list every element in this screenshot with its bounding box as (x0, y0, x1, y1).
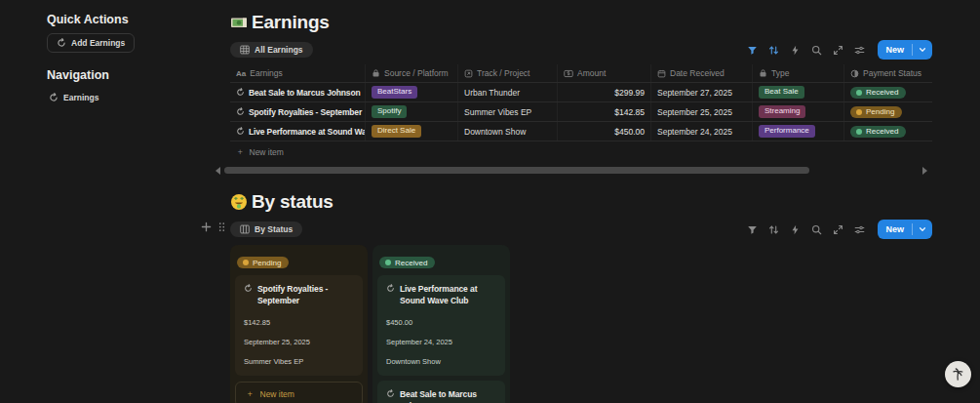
expand-icon[interactable] (833, 224, 843, 235)
source-badge[interactable]: BeatStars (372, 86, 417, 99)
add-block-plus-icon[interactable] (201, 222, 212, 232)
card-project: Summer Vibes EP (244, 352, 354, 372)
row-title[interactable]: Beat Sale to Marcus Johnson (249, 88, 361, 98)
type-badge[interactable]: Beat Sale (759, 86, 804, 99)
earnings-table: AaEarnings Source / Platform Track / Pro… (230, 64, 932, 163)
status-board: Pending Spotify Royalties - September $1… (230, 245, 932, 403)
board-card[interactable]: Beat Sale to Marcus Johnson $299.99 Sept… (377, 381, 505, 403)
sort-icon[interactable] (768, 45, 779, 56)
board-card[interactable]: Live Performance at Sound Wave Club $450… (377, 275, 505, 376)
column-header-source[interactable]: Source / Platform (366, 64, 458, 82)
board-view-icon (240, 224, 250, 234)
table-row[interactable]: Live Performance at Sound Wave Club Dire… (230, 122, 932, 141)
sync-icon (236, 88, 245, 97)
status-dot (856, 129, 862, 135)
date-cell[interactable]: September 24, 2025 (657, 127, 732, 137)
automation-zap-icon[interactable] (790, 224, 801, 235)
chevron-down-icon[interactable] (913, 225, 932, 233)
status-dot (385, 260, 391, 265)
table-row[interactable]: Beat Sale to Marcus Johnson BeatStars Ur… (230, 83, 932, 102)
column-header-date[interactable]: Date Received (651, 64, 753, 82)
type-badge[interactable]: Performance (759, 125, 815, 138)
sync-icon (386, 284, 395, 307)
status-pill[interactable]: Pending (850, 106, 902, 118)
sidebar-item-earnings[interactable]: Earnings (47, 90, 100, 105)
filter-icon[interactable] (747, 224, 758, 235)
tab-by-status[interactable]: By Status (230, 222, 302, 237)
source-badge[interactable]: Direct Sale (372, 125, 421, 138)
status-pill[interactable]: Received (850, 87, 906, 99)
scroll-right-arrow-icon[interactable] (922, 167, 927, 175)
card-amount: $142.85 (244, 313, 354, 333)
status-pill[interactable]: Received (850, 126, 906, 138)
view-settings-icon[interactable] (854, 45, 865, 56)
earnings-section: Earnings All Earnings (230, 12, 932, 163)
row-title[interactable]: Spotify Royalties - September (249, 107, 362, 117)
amount-cell[interactable]: $450.00 (558, 122, 651, 141)
add-earnings-button[interactable]: Add Earnings (47, 33, 135, 53)
track-cell[interactable]: Downtown Show (464, 127, 526, 137)
chevron-down-icon[interactable] (913, 46, 932, 54)
amount-property-icon (564, 69, 573, 78)
sync-icon (386, 389, 395, 403)
status-dot (243, 260, 249, 265)
expand-icon[interactable] (833, 45, 843, 56)
tab-all-earnings[interactable]: All Earnings (230, 42, 313, 58)
search-icon[interactable] (811, 224, 822, 235)
table-new-item-button[interactable]: ＋ New item (230, 141, 932, 163)
board-toolbar: New (747, 220, 932, 239)
view-settings-icon[interactable] (854, 224, 865, 235)
board-column-received: Received Live Performance at Sound Wave … (372, 245, 510, 403)
amount-cell[interactable]: $142.85 (558, 102, 651, 121)
tab-by-status-label: By Status (255, 224, 293, 234)
column-header-earnings[interactable]: AaEarnings (230, 64, 366, 82)
track-cell[interactable]: Urban Thunder (464, 88, 520, 98)
relation-property-icon (464, 69, 473, 78)
table-toolbar: New (747, 40, 932, 60)
date-cell[interactable]: September 27, 2025 (657, 88, 732, 98)
assistant-float-button[interactable] (945, 361, 971, 387)
plus-icon: ＋ (236, 146, 245, 158)
column-header-pill[interactable]: Received (379, 257, 435, 268)
table-row[interactable]: Spotify Royalties - September Spotify Su… (230, 102, 932, 122)
column-header-track[interactable]: Track / Project (458, 64, 558, 82)
card-amount: $450.00 (386, 313, 496, 333)
column-header-status[interactable]: Payment Status (844, 64, 932, 82)
table-view-icon (240, 45, 250, 55)
column-new-item-button[interactable]: ＋ New item (235, 382, 363, 403)
column-header-pill[interactable]: Pending (237, 257, 289, 268)
sync-icon (244, 284, 253, 307)
scroll-left-arrow-icon[interactable] (216, 167, 220, 175)
card-title: Live Performance at Sound Wave Club (400, 283, 496, 307)
search-icon[interactable] (811, 45, 822, 56)
card-title: Beat Sale to Marcus Johnson (400, 388, 496, 403)
new-button-label: New (878, 45, 912, 55)
sync-icon (49, 93, 59, 102)
select-property-icon (372, 69, 380, 78)
column-header-type[interactable]: Type (753, 64, 844, 82)
automation-zap-icon[interactable] (790, 45, 801, 56)
status-property-icon (850, 69, 859, 78)
banknote-icon (230, 14, 248, 31)
board-card[interactable]: Spotify Royalties - September $142.85 Se… (235, 275, 363, 376)
date-cell[interactable]: September 25, 2025 (657, 107, 732, 117)
column-header-amount[interactable]: Amount (558, 64, 651, 82)
sidebar-item-earnings-label: Earnings (63, 93, 98, 102)
page-title-earnings: Earnings (252, 12, 330, 33)
source-badge[interactable]: Spotify (372, 105, 407, 118)
new-button-label: New (878, 224, 912, 234)
status-dot (856, 90, 862, 96)
quick-actions-heading: Quick Actions (47, 13, 213, 26)
new-button[interactable]: New (878, 220, 932, 239)
amount-cell[interactable]: $299.99 (558, 83, 651, 101)
filter-icon[interactable] (747, 45, 758, 56)
drag-handle-icon[interactable] (218, 222, 225, 232)
row-title[interactable]: Live Performance at Sound Wave Club (249, 127, 366, 137)
sort-icon[interactable] (768, 224, 779, 235)
new-button[interactable]: New (878, 40, 932, 60)
horizontal-scrollbar[interactable] (224, 167, 809, 174)
type-badge[interactable]: Streaming (759, 105, 805, 118)
track-cell[interactable]: Summer Vibes EP (464, 107, 531, 117)
by-status-section: By status By Status (230, 191, 932, 403)
page-title-by-status: By status (252, 191, 333, 213)
